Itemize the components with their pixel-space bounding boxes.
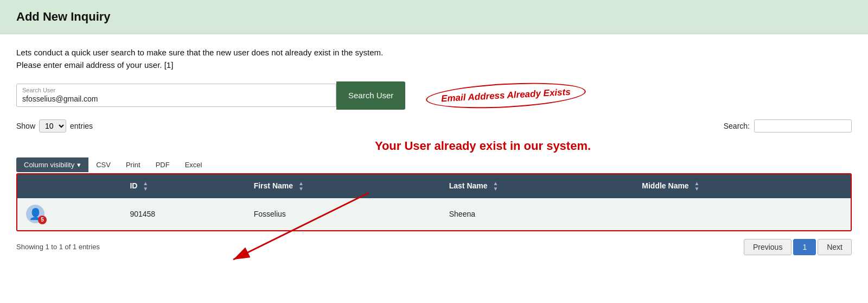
sort-middle-icon: ▲▼ bbox=[694, 181, 700, 192]
show-entries-select[interactable]: 10 25 50 bbox=[39, 119, 66, 132]
pdf-button[interactable]: PDF bbox=[148, 157, 177, 172]
column-visibility-button[interactable]: Column visibility ▾ bbox=[16, 157, 88, 172]
pagination-buttons: Previous 1 Next bbox=[744, 239, 852, 255]
table-controls-row: Show 10 25 50 entries Search: bbox=[16, 119, 852, 132]
search-input-value: sfosselius@gmail.com bbox=[22, 94, 330, 103]
cell-last-name: Sheena bbox=[441, 198, 634, 230]
avatar-icon: 👤 5 bbox=[26, 205, 44, 223]
avatar-badge: 5 bbox=[38, 216, 47, 224]
data-table-wrapper: ID ▲▼ First Name ▲▼ Last Name ▲▼ Middl bbox=[16, 173, 852, 231]
col-avatar bbox=[17, 174, 121, 198]
page-body: Lets conduct a quick user search to make… bbox=[0, 34, 868, 266]
page-wrapper: Add New Inquiry Lets conduct a quick use… bbox=[0, 0, 868, 303]
alert-message: Your User already exist in our system. bbox=[114, 139, 852, 153]
data-table: ID ▲▼ First Name ▲▼ Last Name ▲▼ Middl bbox=[17, 174, 851, 230]
intro-text: Lets conduct a quick user search to make… bbox=[16, 46, 852, 72]
table-search-input[interactable] bbox=[754, 119, 852, 132]
page-1-button[interactable]: 1 bbox=[793, 239, 816, 255]
avatar-cell: 👤 5 bbox=[17, 198, 121, 230]
search-input-label: Search User bbox=[22, 87, 330, 93]
col-id[interactable]: ID ▲▼ bbox=[121, 174, 245, 198]
sort-last-icon: ▲▼ bbox=[493, 181, 498, 192]
col-first-name[interactable]: First Name ▲▼ bbox=[245, 174, 441, 198]
csv-button[interactable]: CSV bbox=[88, 157, 118, 172]
sort-first-icon: ▲▼ bbox=[298, 181, 304, 192]
pagination-row: Showing 1 to 1 of 1 entries Previous 1 N… bbox=[16, 239, 852, 255]
show-label: Show bbox=[16, 122, 35, 130]
col-last-name-label: Last Name bbox=[449, 181, 488, 190]
search-input-wrapper[interactable]: Search User sfosselius@gmail.com bbox=[16, 84, 336, 107]
showing-text: Showing 1 to 1 of 1 entries bbox=[16, 243, 100, 251]
next-button[interactable]: Next bbox=[818, 239, 852, 255]
intro-line2: Please enter email address of your user.… bbox=[16, 60, 173, 70]
col-middle-name[interactable]: Middle Name ▲▼ bbox=[633, 174, 851, 198]
page-header: Add New Inquiry bbox=[0, 0, 868, 34]
search-row: Search User sfosselius@gmail.com Search … bbox=[16, 81, 852, 110]
table-row[interactable]: 👤 5 901458FosseliusSheena bbox=[17, 198, 851, 230]
print-button[interactable]: Print bbox=[118, 157, 148, 172]
email-exists-message: Email Address Already Exists bbox=[425, 79, 586, 111]
email-exists-annotation: Email Address Already Exists bbox=[426, 84, 586, 108]
sort-id-icon: ▲▼ bbox=[143, 181, 148, 192]
cell-first-name: Fosselius bbox=[245, 198, 441, 230]
show-entries: Show 10 25 50 entries bbox=[16, 119, 93, 132]
cell-id: 901458 bbox=[121, 198, 245, 230]
table-search-right: Search: bbox=[724, 119, 852, 132]
cell-middle-name bbox=[633, 198, 851, 230]
intro-line1: Lets conduct a quick user search to make… bbox=[16, 48, 383, 57]
entries-label: entries bbox=[70, 122, 93, 130]
previous-button[interactable]: Previous bbox=[744, 239, 792, 255]
table-search-label: Search: bbox=[724, 122, 750, 130]
col-last-name[interactable]: Last Name ▲▼ bbox=[441, 174, 634, 198]
column-visibility-label: Column visibility bbox=[24, 161, 74, 169]
search-user-button[interactable]: Search User bbox=[336, 81, 405, 110]
col-first-name-label: First Name bbox=[254, 181, 293, 190]
excel-button[interactable]: Excel bbox=[177, 157, 210, 172]
toolbar-row: Column visibility ▾ CSV Print PDF Excel bbox=[16, 157, 852, 172]
table-header-row: ID ▲▼ First Name ▲▼ Last Name ▲▼ Middl bbox=[17, 174, 851, 198]
col-middle-name-label: Middle Name bbox=[642, 181, 688, 190]
col-id-label: ID bbox=[130, 181, 137, 190]
page-title: Add New Inquiry bbox=[16, 10, 852, 24]
dropdown-icon: ▾ bbox=[77, 161, 81, 169]
